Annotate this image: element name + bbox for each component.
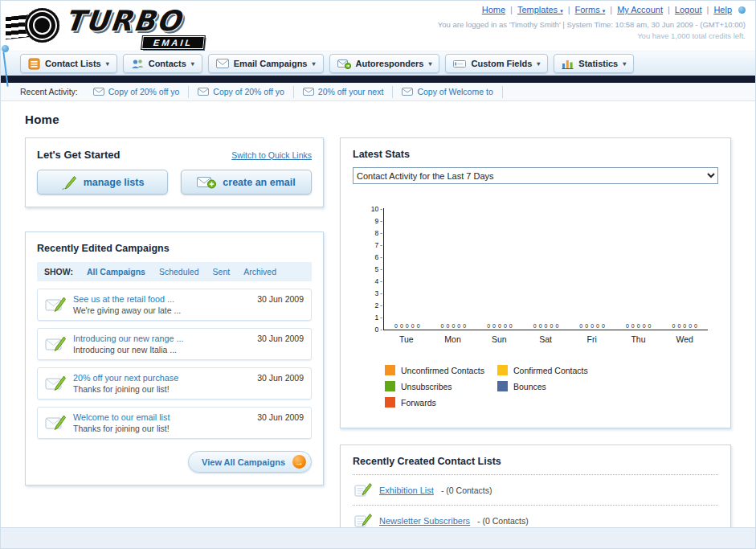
stats-period-select[interactable]: Contact Activity for the Last 7 Days	[353, 167, 718, 184]
x-axis-label: Sun	[476, 334, 522, 344]
nav-tab-statistics[interactable]: Statistics▾	[554, 54, 634, 73]
bar-value: 0	[648, 323, 652, 329]
contact-lists-icon	[28, 58, 40, 70]
recent-activity-item[interactable]: Copy of Welcome to	[393, 86, 502, 98]
bar-value: 0	[602, 323, 605, 329]
bar-value: 0	[487, 323, 490, 329]
legend-swatch	[497, 365, 508, 375]
top-link-home[interactable]: Home	[482, 5, 505, 14]
chart-plot: 00000000000000000000000000000000000	[383, 208, 708, 330]
y-axis-label: 3 -	[375, 289, 382, 297]
x-axis-label: Thu	[615, 334, 662, 344]
bar-value: 0	[492, 323, 496, 329]
bar-value-labels: 00000	[523, 323, 570, 329]
bar-value: 0	[694, 323, 697, 329]
bar-value: 0	[637, 323, 640, 329]
separator: |	[707, 5, 709, 14]
bar-value-labels: 00000	[476, 323, 523, 329]
get-started-panel: Let's Get Started Switch to Quick Links …	[25, 137, 324, 207]
legend-item: Bounces	[497, 381, 610, 391]
main-nav: Contact Lists▾Contacts▾Email Campaigns▾A…	[1, 51, 755, 76]
recent-activity-item[interactable]: Copy of 20% off yo	[84, 86, 190, 98]
email-campaigns-icon	[216, 59, 229, 68]
contact-list-item[interactable]: Exhibition List- (0 Contacts)	[353, 475, 718, 506]
bar-value: 0	[643, 323, 646, 329]
top-link-forms[interactable]: Forms ▾	[575, 5, 606, 14]
campaign-item[interactable]: Introducing our new range ...Introducing…	[37, 328, 312, 360]
campaign-title-link[interactable]: Welcome to our email list	[73, 412, 250, 422]
nav-tab-label: Autoresponders	[356, 59, 424, 68]
legend-item: Forwards	[385, 397, 497, 408]
campaign-title-link[interactable]: 20% off your next purchase	[73, 373, 250, 383]
statistics-icon	[562, 58, 574, 69]
create-email-button[interactable]: create an email	[181, 170, 312, 195]
campaign-edit-icon	[45, 414, 66, 432]
view-all-campaigns-button[interactable]: View All Campaigns →	[188, 451, 312, 473]
bar-value: 0	[596, 323, 599, 329]
top-link-help[interactable]: Help	[713, 5, 732, 14]
contact-list-count: - (0 Contacts)	[477, 516, 529, 526]
chart-group: 00000	[615, 208, 662, 330]
recent-activity-item[interactable]: 20% off your next	[294, 86, 394, 98]
bar-value: 0	[590, 323, 594, 329]
chart-y-axis: 10 -9 -8 -7 -6 -5 -4 -3 -2 -1 -0 -	[362, 208, 383, 330]
campaign-item[interactable]: See us at the retail food ...We're givin…	[37, 289, 312, 321]
page-footer	[1, 527, 755, 548]
bar-value: 0	[406, 323, 409, 329]
campaign-item[interactable]: 20% off your next purchaseThanks for joi…	[37, 367, 312, 399]
bar-value: 0	[498, 323, 501, 329]
legend-swatch	[385, 381, 395, 391]
bar-value: 0	[672, 323, 675, 329]
nav-tab-email-campaigns[interactable]: Email Campaigns▾	[208, 54, 324, 73]
login-info: You are logged in as 'Timothy Smith' | S…	[438, 20, 746, 29]
recent-activity-items: Copy of 20% off yoCopy of 20% off yo20% …	[84, 83, 503, 100]
campaign-filter-sent[interactable]: Sent	[213, 267, 231, 277]
campaign-filter-archived[interactable]: Archived	[243, 267, 276, 277]
bar-value-labels: 00000	[569, 323, 615, 329]
main-content: Home Let's Get Started Switch to Quick L…	[1, 101, 755, 549]
campaign-subject: Thanks for joining our list!	[73, 424, 250, 433]
legend-swatch	[497, 381, 508, 391]
y-axis-label: 8 -	[375, 229, 382, 237]
nav-tab-custom-fields[interactable]: Custom Fields▾	[445, 54, 548, 73]
app-window: TURBO EMAIL Home|Templates ▾|Forms ▾|My …	[0, 0, 756, 549]
y-axis-label: 10 -	[371, 205, 382, 213]
campaign-filter-all-campaigns[interactable]: All Campaigns	[87, 267, 145, 277]
x-axis-label: Mon	[430, 334, 476, 344]
nav-tab-contacts[interactable]: Contacts▾	[123, 54, 202, 73]
campaign-title-link[interactable]: See us at the retail food ...	[73, 294, 250, 304]
arrow-right-icon: →	[292, 455, 306, 469]
header-right: Home|Templates ▾|Forms ▾|My Account|Logo…	[438, 5, 746, 40]
contact-list-link[interactable]: Newsletter Subscribers	[379, 516, 470, 526]
nav-tab-autoresponders[interactable]: Autoresponders▾	[329, 54, 440, 73]
bar-value: 0	[579, 323, 582, 329]
campaign-edit-icon	[45, 296, 66, 313]
bar-value: 0	[539, 323, 542, 329]
chart-group: 00000	[431, 208, 477, 330]
recent-activity-item[interactable]: Copy of 20% off yo	[189, 86, 294, 98]
campaign-date: 30 Jun 2009	[257, 373, 304, 383]
campaign-item[interactable]: Welcome to our email listThanks for join…	[37, 407, 312, 439]
manage-lists-button[interactable]: manage lists	[37, 170, 168, 195]
legend-label: Confirmed Contacts	[513, 366, 588, 375]
chevron-down-icon: ▾	[106, 60, 109, 68]
top-link-my-account[interactable]: My Account	[617, 5, 663, 14]
y-axis-label: 9 -	[375, 217, 382, 225]
create-email-label: create an email	[223, 177, 295, 188]
campaign-title-link[interactable]: Introducing our new range ...	[73, 334, 250, 343]
campaign-date: 30 Jun 2009	[257, 294, 304, 304]
top-link-logout[interactable]: Logout	[675, 5, 702, 14]
turbo-email-logo[interactable]: TURBO EMAIL	[6, 2, 231, 49]
separator: |	[610, 5, 612, 14]
bar-value: 0	[411, 323, 415, 329]
top-link-templates[interactable]: Templates ▾	[517, 5, 563, 14]
bar-value-labels: 00000	[661, 323, 708, 329]
switch-quick-links-link[interactable]: Switch to Quick Links	[231, 150, 312, 160]
campaign-filter-scheduled[interactable]: Scheduled	[159, 267, 199, 277]
email-icon	[198, 88, 209, 96]
bar-value: 0	[585, 323, 588, 329]
autoresponders-icon	[337, 59, 351, 69]
nav-tab-label: Contacts	[149, 59, 186, 68]
contact-list-link[interactable]: Exhibition List	[379, 485, 434, 495]
nav-tab-contact-lists[interactable]: Contact Lists▾	[20, 54, 117, 73]
